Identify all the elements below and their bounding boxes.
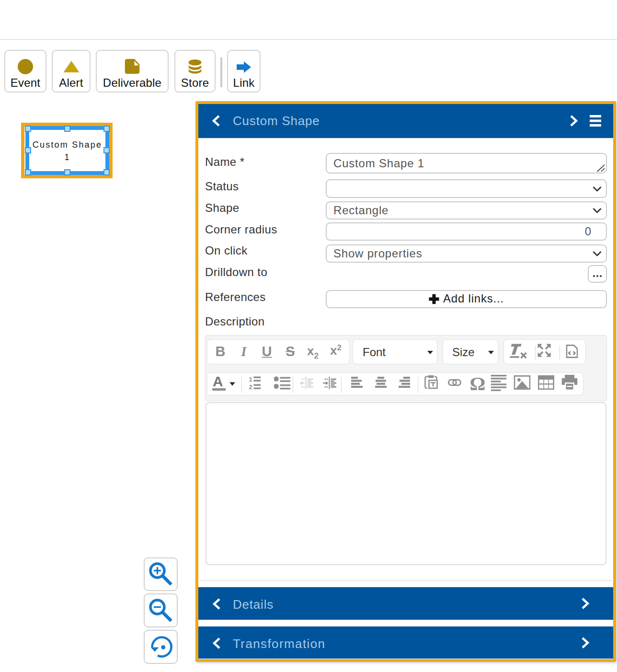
svg-text:2: 2 <box>249 383 252 390</box>
svg-text:1: 1 <box>249 376 252 383</box>
svg-text:A: A <box>213 374 223 389</box>
